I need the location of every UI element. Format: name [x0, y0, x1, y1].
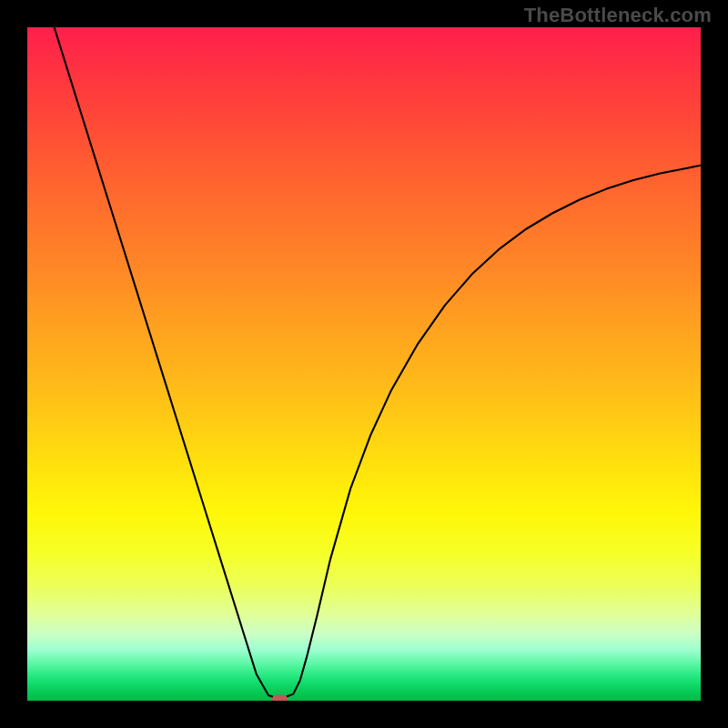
bottleneck-curve: [55, 27, 701, 700]
chart-stage: TheBottleneck.com: [0, 0, 728, 728]
watermark-text: TheBottleneck.com: [524, 4, 712, 27]
minimum-marker: [273, 695, 288, 701]
curve-layer: [27, 27, 701, 701]
plot-area: [27, 27, 701, 701]
